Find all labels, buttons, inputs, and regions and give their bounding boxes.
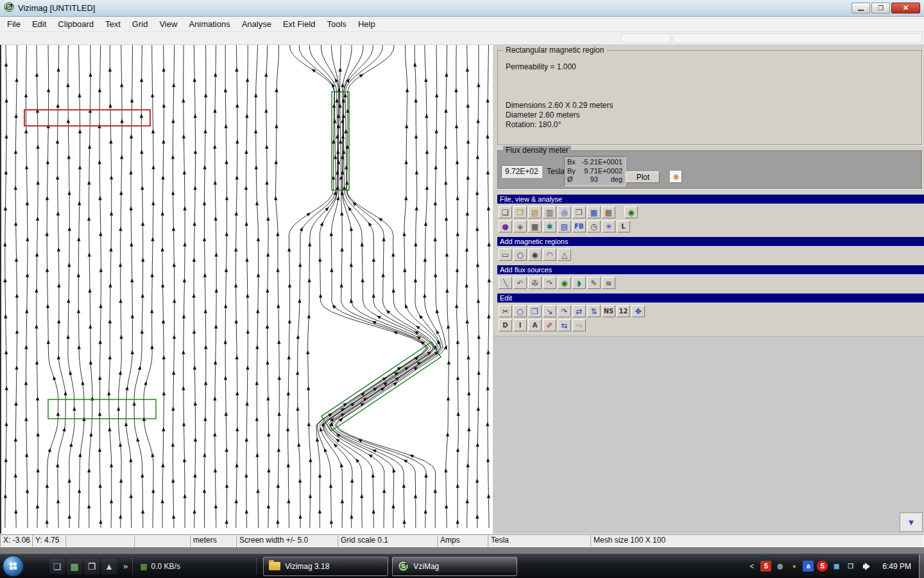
edit-toolbar-row2: DIA✐⇆↪ [493, 319, 924, 331]
menu-item-ext-field[interactable]: Ext Field [277, 17, 321, 31]
menu-item-grid[interactable]: Grid [126, 17, 154, 31]
swap-poles-button[interactable]: NS [602, 305, 615, 317]
tray-display-color-icon[interactable]: ▦ [831, 561, 842, 572]
tray-monitor-icon[interactable]: ❒ [845, 561, 856, 572]
save-file-button[interactable]: ▤ [528, 206, 542, 218]
volume-icon[interactable] [862, 562, 872, 570]
add-coil-button[interactable]: ✇ [528, 277, 542, 289]
minimize-button[interactable] [851, 3, 870, 13]
select-ellipse-button[interactable]: ○ [513, 305, 527, 317]
open-file-button[interactable]: ❒ [513, 206, 527, 218]
add-arc-region-button[interactable]: ◠ [543, 249, 556, 261]
add-triangle-region-button[interactable]: △ [558, 249, 571, 261]
save-file-icon: ▤ [531, 208, 538, 217]
redo-button[interactable]: ↪ [572, 319, 586, 331]
title-bar[interactable]: Vizimag [UNTITLED] ❐ ✕ [0, 0, 924, 17]
quicklaunch-desktop-icon[interactable]: ❏ [49, 559, 65, 574]
tray-sl-icon[interactable]: S [760, 561, 771, 572]
add-rectangle-region-button[interactable]: ▭ [499, 249, 512, 261]
tray-java-icon[interactable]: ● [789, 561, 800, 572]
resize-region-button[interactable]: ✥ [631, 305, 645, 317]
menu-item-clipboard[interactable]: Clipboard [52, 17, 99, 31]
net-speed-toolbar[interactable]: ▦ 0.0 KB/s [137, 562, 252, 571]
add-circle-region-button[interactable]: ◉ [528, 249, 542, 261]
tray-a-icon[interactable]: a [803, 561, 814, 572]
meter-dial-button[interactable]: ◷ [587, 220, 601, 232]
image-capture-button[interactable]: ▩ [602, 206, 615, 218]
zoom-button[interactable]: ◎ [558, 206, 571, 218]
inductance-button[interactable]: L [617, 220, 630, 232]
cut-region-button[interactable]: ✂ [499, 305, 512, 317]
undo-button[interactable]: ⇆ [558, 319, 571, 331]
toolbar-strip [0, 32, 924, 45]
tray-skype-icon[interactable]: S [817, 561, 828, 572]
new-file-button[interactable]: ❏ [499, 206, 512, 218]
print-button[interactable]: ▥ [543, 206, 556, 218]
tray-expand-chevron[interactable]: < [749, 562, 754, 571]
menu-item-file[interactable]: File [1, 17, 26, 31]
menu-item-tools[interactable]: Tools [321, 17, 352, 31]
add-current-list-icon: ≡ [605, 279, 612, 288]
rotate-region-button[interactable]: ↷ [558, 305, 571, 317]
move-region-button[interactable]: ↘ [543, 305, 556, 317]
copy-view-button[interactable]: ❐ [572, 206, 586, 218]
mesh-view-button[interactable]: ✳ [602, 220, 615, 232]
data-grid-button[interactable]: ▦ [528, 220, 542, 232]
flip-vertical-button[interactable]: ⇅ [587, 305, 601, 317]
show-desktop-button[interactable] [919, 554, 924, 578]
text-tool-button[interactable]: A [528, 319, 542, 331]
add-arc-current-ccw-button[interactable]: ↶ [513, 277, 527, 289]
add-arc-current-cw-button[interactable]: ↷ [543, 277, 556, 289]
quicklaunch-notes-icon[interactable]: ❐ [84, 559, 99, 574]
add-arc-current-ccw-icon: ↶ [517, 279, 523, 288]
plot-button[interactable]: Plot [626, 171, 660, 183]
taskbar-button2-label: VziMag [413, 562, 439, 571]
scroll-down-button[interactable]: ▼ [900, 512, 923, 532]
add-ellipse-region-button[interactable]: ○ [513, 249, 527, 261]
set-order-button[interactable]: 12 [617, 305, 630, 317]
taskbar-button-vizimag-folder[interactable]: Vizimag 3.18 [263, 557, 388, 576]
start-button[interactable] [3, 556, 24, 577]
redo-icon: ↪ [576, 321, 582, 330]
taskbar-button-vizimag-app[interactable]: VziMag [392, 557, 517, 576]
quicklaunch-media-icon[interactable]: ▦ [67, 559, 82, 574]
grid-capture-button[interactable]: ▦ [587, 206, 601, 218]
add-wire-button[interactable]: ◗ [572, 277, 586, 289]
restore-button[interactable]: ❐ [871, 3, 890, 13]
quicklaunch-overflow-chevron[interactable]: » [123, 561, 128, 571]
flux-meter-group: Flux density meter 9.72E+02 Tesla Bx -5.… [497, 150, 922, 189]
add-sketch-current-button[interactable]: ✎ [587, 277, 601, 289]
solve-run-button[interactable]: ◉ [624, 206, 638, 218]
quicklaunch-chart-icon[interactable]: ▲ [101, 559, 117, 574]
menu-item-text[interactable]: Text [99, 17, 126, 31]
menu-item-animations[interactable]: Animations [183, 17, 235, 31]
close-button[interactable]: ✕ [891, 3, 920, 13]
pen-tool-button[interactable]: ✐ [543, 319, 556, 331]
preferences-gear-button[interactable]: ✱ [543, 220, 556, 232]
menu-item-analyse[interactable]: Analyse [236, 17, 277, 31]
flux-table-button[interactable]: ▤ [558, 220, 571, 232]
menu-item-view[interactable]: View [153, 17, 183, 31]
menu-item-edit[interactable]: Edit [26, 17, 52, 31]
file-view-toolbar-row1: ❏❒▤▥◎❐▦▩◉ [493, 206, 924, 218]
field-canvas[interactable] [0, 45, 493, 534]
add-current-list-button[interactable]: ≡ [602, 277, 615, 289]
flip-horizontal-button[interactable]: ⇄ [572, 305, 586, 317]
current-tool-button[interactable]: I [513, 319, 527, 331]
field-density-view-button[interactable]: ● [499, 220, 512, 232]
taskbar-clock[interactable]: 6:49 PM [882, 562, 911, 571]
add-circular-current-button[interactable]: ◉ [558, 277, 571, 289]
meter-options-button[interactable]: ❋ [670, 171, 682, 183]
bx-value: -5.21E+0001 [578, 158, 622, 167]
fb-field-plot-icon: FB [574, 223, 583, 230]
add-line-current-button[interactable]: ╲ [499, 277, 512, 289]
net-speed-text: 0.0 KB/s [151, 562, 180, 571]
tray-sync-icon[interactable]: ◎ [774, 561, 785, 572]
material-view-button[interactable]: ◈ [513, 220, 527, 232]
fb-field-plot-button[interactable]: FB [572, 220, 586, 232]
copy-region-button[interactable]: ❐ [528, 305, 542, 317]
flux-value-field[interactable]: 9.72E+02 [501, 165, 542, 178]
delete-tool-button[interactable]: D [499, 319, 512, 331]
menu-item-help[interactable]: Help [352, 17, 381, 31]
print-icon: ▥ [546, 208, 553, 217]
